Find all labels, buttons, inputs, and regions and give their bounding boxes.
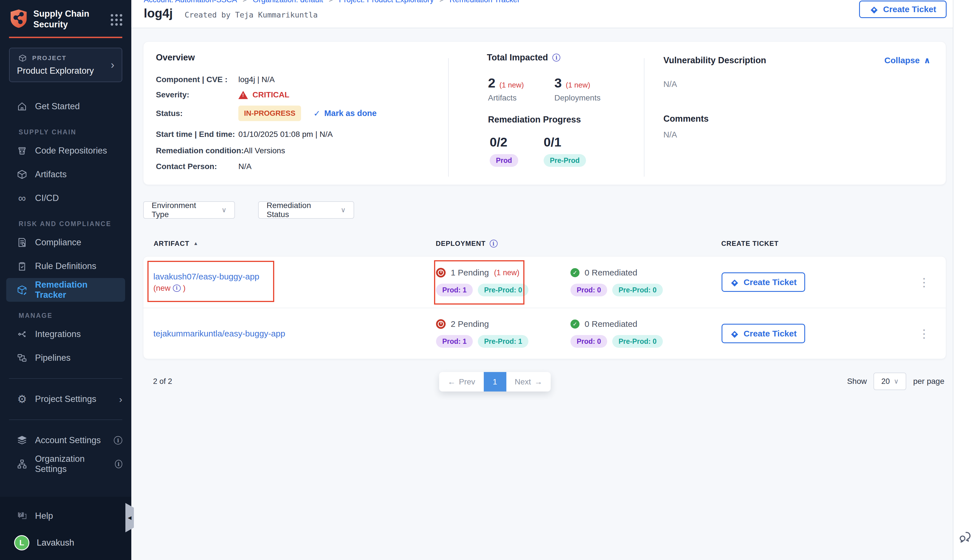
chevron-down-icon: ∨ bbox=[222, 206, 227, 214]
user-menu[interactable]: L Lavakush bbox=[0, 528, 131, 550]
breadcrumb-account[interactable]: Account: Automation-SSCA bbox=[144, 0, 237, 4]
sidebar-item-project-settings[interactable]: ⚙ Project Settings › bbox=[0, 387, 131, 411]
breadcrumb-separator: > bbox=[243, 0, 247, 4]
create-ticket-button-row[interactable]: ◆◆ Create Ticket bbox=[722, 272, 805, 292]
remediated-count: 0 Remediated bbox=[585, 268, 637, 277]
breadcrumb-organization[interactable]: Organization: default bbox=[253, 0, 323, 4]
contact-label: Contact Person: bbox=[156, 162, 239, 171]
critical-warning-icon: ! bbox=[239, 91, 248, 99]
breadcrumb-separator: > bbox=[439, 0, 444, 4]
sidebar-item-code-repositories[interactable]: Code Repositories bbox=[0, 139, 131, 163]
section-risk-compliance: RISK AND COMPLIANCE bbox=[0, 220, 131, 228]
mark-as-done-button[interactable]: ✓ Mark as done bbox=[314, 109, 377, 118]
collapse-button[interactable]: Collapse ∧ bbox=[884, 55, 931, 65]
jira-diamond-icon: ◆◆ bbox=[869, 5, 879, 14]
sidebar-item-artifacts[interactable]: Artifacts bbox=[0, 163, 131, 186]
sidebar-item-label: Rule Definitions bbox=[35, 261, 96, 271]
sidebar-item-get-started[interactable]: Get Started bbox=[0, 95, 131, 118]
artifact-link[interactable]: tejakummarikuntla/easy-buggy-app bbox=[153, 329, 436, 338]
prev-page-button[interactable]: ← Prev bbox=[439, 372, 484, 392]
preprod-badge: Pre-Prod bbox=[544, 154, 586, 167]
page-size-select[interactable]: 20 ∨ bbox=[874, 373, 906, 390]
sidebar-item-compliance[interactable]: Compliance bbox=[0, 231, 131, 254]
artifact-column-header[interactable]: ARTIFACT bbox=[153, 240, 190, 248]
table-row: lavakush07/easy-buggy-app (new i ) 1 Pen… bbox=[143, 257, 946, 308]
info-icon[interactable]: i bbox=[173, 285, 181, 292]
row-menu-kebab-icon[interactable]: ⋮ bbox=[918, 327, 930, 340]
sidebar-item-remediation-tracker[interactable]: Remediation Tracker bbox=[6, 278, 125, 302]
info-icon: i bbox=[115, 460, 123, 468]
sidebar-item-label: Get Started bbox=[35, 101, 80, 112]
severity-value: CRITICAL bbox=[252, 90, 289, 99]
info-icon[interactable]: i bbox=[490, 240, 497, 248]
right-rail bbox=[953, 0, 976, 560]
remediation-status-filter[interactable]: Remediation Status ∨ bbox=[258, 201, 354, 219]
impacted-artifacts-stat: 2 (1 new) Artifacts bbox=[488, 75, 554, 102]
sidebar-item-rule-definitions[interactable]: Rule Definitions bbox=[0, 254, 131, 278]
prod-count-badge: Prod: 1 bbox=[436, 335, 473, 348]
create-ticket-label: Create Ticket bbox=[883, 5, 936, 14]
sidebar-item-integrations[interactable]: Integrations bbox=[0, 322, 131, 346]
row-menu-kebab-icon[interactable]: ⋮ bbox=[918, 276, 930, 288]
create-ticket-button-row[interactable]: ◆◆ Create Ticket bbox=[722, 324, 805, 343]
page-size-value: 20 bbox=[881, 377, 890, 386]
cicd-infinity-icon: ∞ bbox=[17, 193, 28, 203]
chevron-down-icon: ∨ bbox=[894, 377, 899, 385]
create-ticket-button-header[interactable]: ◆◆ Create Ticket bbox=[859, 0, 947, 18]
info-icon: i bbox=[114, 436, 122, 445]
jira-diamond-icon: ◆◆ bbox=[730, 329, 739, 338]
status-badge: IN-PROGRESS bbox=[239, 105, 301, 121]
condition-value: All Versions bbox=[244, 146, 285, 155]
app-title: Supply ChainSecurity bbox=[33, 8, 111, 30]
remediated-check-icon: ✓ bbox=[571, 268, 579, 277]
sidebar-item-account-settings[interactable]: Account Settings i bbox=[0, 428, 131, 452]
content: Overview Component | CVE : log4j | N/A S… bbox=[131, 29, 953, 560]
sidebar-item-pipelines[interactable]: Pipelines bbox=[0, 346, 131, 370]
section-supply-chain: SUPPLY CHAIN bbox=[0, 128, 131, 136]
current-page-button[interactable]: 1 bbox=[484, 372, 506, 392]
sidebar-item-help[interactable]: ? Help bbox=[0, 504, 131, 528]
app-title-line1: Supply Chain bbox=[33, 9, 89, 18]
time-value: 01/10/2025 01:08 pm | N/A bbox=[239, 130, 333, 139]
sidebar-item-label: Help bbox=[35, 511, 53, 521]
overview-title: Overview bbox=[156, 52, 195, 63]
sort-ascending-icon[interactable]: ▲ bbox=[194, 241, 199, 247]
sidebar-item-cicd[interactable]: ∞ CI/CD bbox=[0, 186, 131, 210]
preprod-count-badge: Pre-Prod: 0 bbox=[612, 284, 663, 297]
remediation-status-label: Remediation Status bbox=[267, 201, 332, 219]
chevron-right-icon: › bbox=[119, 394, 122, 405]
code-repositories-icon bbox=[17, 145, 28, 156]
project-selector[interactable]: PROJECT Product Exploratory › bbox=[9, 48, 122, 82]
contact-value: N/A bbox=[239, 162, 252, 171]
chat-support-icon[interactable] bbox=[958, 530, 972, 545]
app-logo-shield-icon bbox=[9, 8, 28, 30]
sidebar-item-label: Compliance bbox=[35, 237, 81, 248]
app-switcher-icon[interactable] bbox=[111, 14, 122, 26]
artifacts-icon bbox=[17, 169, 28, 180]
app-title-line2: Security bbox=[33, 20, 68, 29]
vulnerability-description-title: Vulnerability Description bbox=[663, 55, 766, 65]
comments-title: Comments bbox=[663, 114, 709, 124]
pending-count: 2 Pending bbox=[451, 319, 489, 329]
breadcrumb-remediation-tracker[interactable]: Remediation Tracker bbox=[450, 0, 520, 4]
brand-underline bbox=[9, 37, 122, 38]
integrations-icon bbox=[17, 329, 28, 340]
user-name: Lavakush bbox=[37, 538, 74, 548]
component-cve-label: Component | CVE : bbox=[156, 75, 239, 84]
breadcrumb-project[interactable]: Project: Product Exploratory bbox=[339, 0, 434, 4]
artifact-link[interactable]: lavakush07/easy-buggy-app bbox=[153, 272, 436, 282]
prod-count-badge: Prod: 0 bbox=[571, 335, 607, 348]
info-icon[interactable]: i bbox=[552, 53, 560, 62]
pending-clock-icon bbox=[436, 319, 445, 329]
pending-clock-icon bbox=[436, 268, 445, 277]
sidebar-collapse-handle[interactable]: ◀ bbox=[125, 503, 134, 532]
condition-label: Remediation condition: bbox=[156, 146, 244, 155]
sidebar-item-label: CI/CD bbox=[35, 193, 59, 203]
environment-type-label: Environment Type bbox=[152, 201, 213, 219]
sidebar-item-organization-settings[interactable]: Organization Settings i bbox=[0, 452, 131, 476]
environment-type-filter[interactable]: Environment Type ∨ bbox=[143, 201, 235, 219]
section-manage: MANAGE bbox=[0, 312, 131, 320]
remediated-check-icon: ✓ bbox=[571, 320, 579, 328]
next-page-button[interactable]: Next → bbox=[506, 372, 551, 392]
time-label: Start time | End time: bbox=[156, 130, 239, 139]
